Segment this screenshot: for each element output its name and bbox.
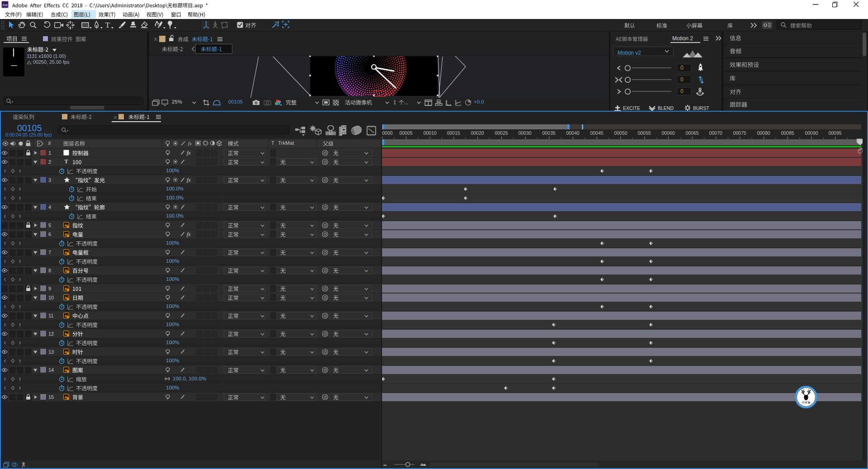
svg-text:fx: fx	[187, 231, 191, 237]
svg-text:00050: 00050	[614, 130, 627, 136]
svg-text:00055: 00055	[637, 130, 651, 136]
svg-text:00035: 00035	[542, 130, 555, 136]
svg-text:00045: 00045	[590, 130, 603, 136]
svg-text:Ae: Ae	[2, 3, 8, 7]
svg-text:00080: 00080	[757, 130, 770, 136]
svg-text:fx: fx	[187, 150, 191, 156]
svg-text:00095: 00095	[828, 130, 841, 136]
svg-text:00040: 00040	[566, 130, 579, 136]
svg-text:00020: 00020	[471, 130, 484, 136]
svg-text:0000: 0000	[382, 130, 393, 136]
svg-text:00030: 00030	[518, 130, 531, 136]
svg-text:00090: 00090	[805, 130, 818, 136]
svg-text:00065: 00065	[685, 130, 698, 136]
svg-text:fx: fx	[187, 177, 191, 183]
svg-text:T: T	[105, 21, 110, 29]
svg-text:00075: 00075	[733, 130, 746, 136]
svg-text:00005: 00005	[399, 130, 412, 136]
svg-text:00060: 00060	[661, 130, 675, 136]
svg-text:fx: fx	[188, 141, 192, 146]
svg-text:00070: 00070	[709, 130, 722, 136]
svg-text:00085: 00085	[781, 130, 794, 136]
svg-text:00025: 00025	[495, 130, 508, 136]
svg-text:T: T	[64, 158, 68, 165]
svg-text:00015: 00015	[447, 130, 460, 136]
svg-text:00010: 00010	[423, 130, 436, 136]
